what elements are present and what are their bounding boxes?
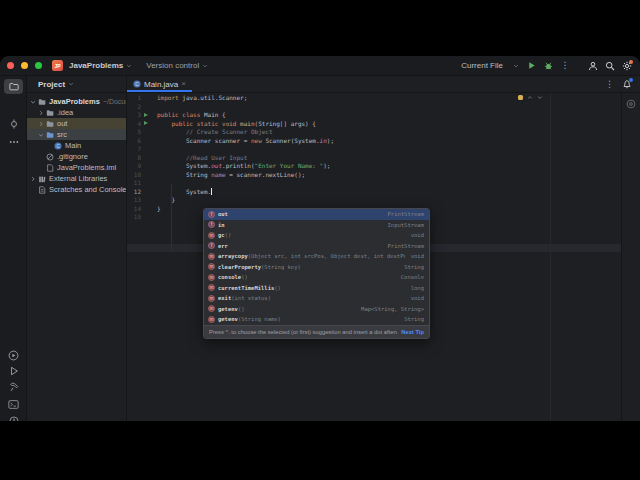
tree-chevron-icon[interactable] — [38, 132, 44, 138]
completion-item-out[interactable]: foutPrintStream — [204, 209, 429, 220]
completion-return-type: Map<String, String> — [361, 306, 424, 312]
inspections-widget[interactable] — [518, 95, 543, 100]
settings-gear-icon[interactable] — [622, 61, 632, 71]
tree-item-javaproblems-iml[interactable]: JavaProblems.iml — [27, 162, 126, 173]
next-tip-link[interactable]: Next Tip — [401, 329, 424, 335]
code-line-2[interactable] — [127, 103, 621, 112]
tab-close-icon[interactable]: × — [181, 80, 186, 88]
completion-params: (String name) — [238, 316, 398, 322]
project-tool-icon[interactable] — [4, 79, 23, 94]
run-configuration-widget[interactable]: Current File — [461, 61, 503, 70]
ide-window: JP JavaProblems Version control Current … — [0, 56, 640, 421]
code-line-8[interactable]: //Read User Input — [127, 154, 621, 163]
terminal-tool-icon[interactable] — [4, 397, 23, 412]
project-logo-icon[interactable]: JP — [52, 60, 63, 71]
run-tool-icon[interactable] — [4, 363, 23, 378]
completion-name: console — [218, 274, 241, 280]
screenshot-stage: JP JavaProblems Version control Current … — [0, 0, 640, 480]
commit-tool-icon[interactable] — [4, 116, 23, 131]
tree-item--gitignore[interactable]: .gitignore — [27, 151, 126, 162]
method-icon: m — [208, 295, 215, 302]
library-icon — [38, 175, 46, 183]
tree-item-src[interactable]: src — [27, 129, 126, 140]
completion-params: () — [241, 274, 395, 280]
next-problem-icon[interactable] — [537, 95, 543, 100]
field-icon: f — [208, 221, 215, 228]
class-icon: C — [133, 80, 141, 88]
completion-return-type: void — [411, 295, 424, 301]
completion-name: clearProperty — [218, 264, 261, 270]
problems-tool-icon[interactable] — [4, 413, 23, 421]
completion-item-in[interactable]: finInputStream — [204, 220, 429, 231]
code-line-1[interactable]: import java.util.Scanner; — [127, 94, 621, 103]
code-line-7[interactable] — [127, 145, 621, 154]
project-tool-window-header[interactable]: Project — [27, 76, 127, 92]
completion-return-type: PrintStream — [388, 211, 424, 217]
code-line-4[interactable]: public static void main(String[] args) { — [127, 120, 621, 129]
tree-item-scratches-and-consoles[interactable]: Scratches and Consoles — [27, 184, 126, 195]
minimize-window-button[interactable] — [21, 62, 28, 69]
completion-item-arraycopy[interactable]: marraycopy(Object src, int srcPos, Objec… — [204, 251, 429, 262]
code-line-5[interactable]: // Create Scanner Object — [127, 128, 621, 137]
tree-chevron-icon[interactable] — [38, 110, 44, 116]
completion-item-currentTimeMillis[interactable]: mcurrentTimeMillis()long — [204, 283, 429, 294]
settings-update-badge — [629, 60, 633, 64]
inspection-settings-icon[interactable] — [626, 95, 636, 113]
tab-options-icon[interactable]: ⋮ — [605, 80, 614, 89]
code-line-3[interactable]: public class Main { — [127, 111, 621, 120]
code-line-12[interactable]: System. — [127, 188, 621, 197]
run-gutter-icon[interactable] — [144, 121, 148, 125]
code-line-9[interactable]: System.out.println("Enter Your Name: "); — [127, 162, 621, 171]
project-tree-panel: JavaProblems~/Documents/Jav.ideaoutsrcCM… — [27, 93, 127, 421]
tree-item-javaproblems[interactable]: JavaProblems~/Documents/Jav — [27, 96, 126, 107]
completion-name: arraycopy — [218, 253, 248, 259]
method-icon: m — [208, 263, 215, 270]
method-icon: m — [208, 253, 215, 260]
previous-problem-icon[interactable] — [527, 95, 533, 100]
completion-name: out — [218, 211, 228, 217]
completion-item-exit[interactable]: mexit(int status)void — [204, 293, 429, 304]
completion-item-getenv[interactable]: mgetenv(String name)String — [204, 314, 429, 325]
debug-button[interactable] — [543, 61, 553, 71]
method-icon: m — [208, 305, 215, 312]
services-tool-icon[interactable] — [4, 348, 23, 363]
tree-chevron-icon[interactable] — [30, 176, 36, 182]
tree-item-label: .gitignore — [57, 152, 88, 161]
close-window-button[interactable] — [7, 62, 14, 69]
code-line-10[interactable]: String name = scanner.nextLine(); — [127, 171, 621, 180]
tree-item-label: out — [57, 119, 67, 128]
more-tool-windows-icon[interactable] — [4, 134, 23, 149]
chevron-down-icon — [513, 63, 519, 69]
tree-chevron-icon[interactable] — [38, 121, 44, 127]
completion-item-getenv[interactable]: mgetenv()Map<String, String> — [204, 304, 429, 315]
tree-item-external-libraries[interactable]: External Libraries — [27, 173, 126, 184]
code-with-me-icon[interactable] — [588, 61, 598, 71]
notifications-bell-icon[interactable] — [622, 79, 632, 89]
run-gutter-icon[interactable] — [144, 113, 148, 117]
completion-item-err[interactable]: ferrPrintStream — [204, 241, 429, 252]
tree-chevron-icon[interactable] — [30, 99, 36, 105]
tree-item-label: JavaProblems.iml — [57, 163, 116, 172]
code-line-11[interactable] — [127, 179, 621, 188]
completion-item-console[interactable]: mconsole()Console — [204, 272, 429, 283]
build-tool-icon[interactable] — [4, 379, 23, 394]
code-line-13[interactable]: } — [127, 196, 621, 205]
completion-item-clearProperty[interactable]: mclearProperty(String key)String — [204, 262, 429, 273]
code-line-6[interactable]: Scanner scanner = new Scanner(System.in)… — [127, 137, 621, 146]
editor-scroll-strip[interactable] — [621, 93, 640, 421]
run-button[interactable] — [526, 61, 536, 71]
completion-name: in — [218, 222, 225, 228]
project-widget[interactable]: JavaProblems — [69, 61, 123, 70]
title-bar: JP JavaProblems Version control Current … — [0, 56, 640, 76]
tree-item-main[interactable]: CMain — [27, 140, 126, 151]
tree-item--idea[interactable]: .idea — [27, 107, 126, 118]
more-actions-button[interactable]: ⋮ — [560, 61, 570, 71]
tab-main-java[interactable]: C Main.java × — [127, 76, 192, 92]
completion-popup: foutPrintStreamfinInputStreammgc()voidfe… — [203, 208, 430, 339]
completion-item-gc[interactable]: mgc()void — [204, 230, 429, 241]
chevron-down-icon — [126, 63, 132, 69]
tree-item-out[interactable]: out — [27, 118, 126, 129]
search-icon[interactable] — [605, 61, 615, 71]
fullscreen-window-button[interactable] — [35, 62, 42, 69]
vcs-widget[interactable]: Version control — [146, 61, 199, 70]
